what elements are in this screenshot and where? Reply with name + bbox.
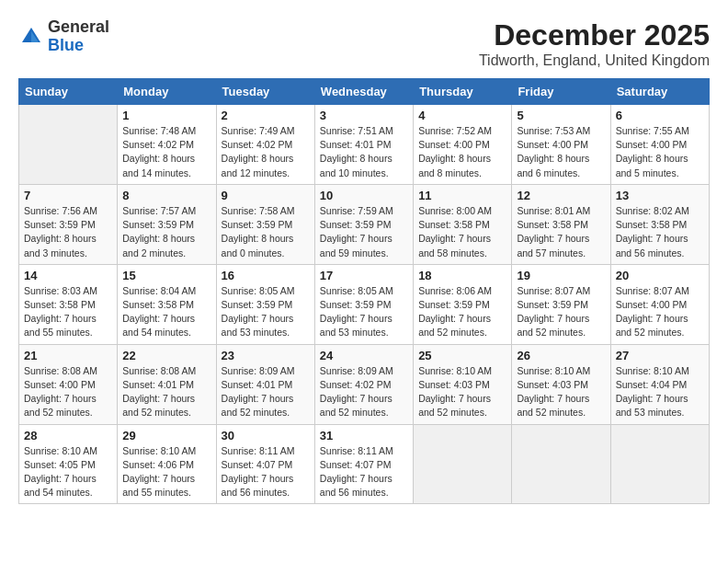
day-number: 11 xyxy=(418,189,506,202)
day-number: 25 xyxy=(418,349,506,362)
day-number: 8 xyxy=(122,189,210,202)
calendar-day-cell: 22Sunrise: 8:08 AMSunset: 4:01 PMDayligh… xyxy=(118,344,216,424)
title-area: December 2025 Tidworth, England, United … xyxy=(479,18,710,69)
calendar-body: 1Sunrise: 7:48 AMSunset: 4:02 PMDaylight… xyxy=(19,105,710,504)
calendar-day-cell: 4Sunrise: 7:52 AMSunset: 4:00 PMDaylight… xyxy=(414,105,512,185)
weekday-header-cell: Saturday xyxy=(610,79,709,105)
day-info: Sunrise: 8:10 AMSunset: 4:04 PMDaylight:… xyxy=(616,364,704,420)
calendar-day-cell: 31Sunrise: 8:11 AMSunset: 4:07 PMDayligh… xyxy=(314,424,413,504)
day-number: 18 xyxy=(418,269,506,282)
day-info: Sunrise: 7:52 AMSunset: 4:00 PMDaylight:… xyxy=(418,124,506,180)
day-info: Sunrise: 8:07 AMSunset: 3:59 PMDaylight:… xyxy=(517,284,605,340)
logo-blue-text: Blue xyxy=(48,36,84,54)
calendar-day-cell: 7Sunrise: 7:56 AMSunset: 3:59 PMDaylight… xyxy=(19,184,118,264)
calendar-week-row: 14Sunrise: 8:03 AMSunset: 3:58 PMDayligh… xyxy=(19,264,710,344)
day-info: Sunrise: 8:11 AMSunset: 4:07 PMDaylight:… xyxy=(222,444,310,500)
calendar-day-cell: 20Sunrise: 8:07 AMSunset: 4:00 PMDayligh… xyxy=(610,264,709,344)
location-title: Tidworth, England, United Kingdom xyxy=(479,52,710,69)
day-number: 2 xyxy=(222,109,310,122)
day-number: 14 xyxy=(24,269,112,282)
calendar-day-cell: 25Sunrise: 8:10 AMSunset: 4:03 PMDayligh… xyxy=(414,344,512,424)
calendar-day-cell: 2Sunrise: 7:49 AMSunset: 4:02 PMDaylight… xyxy=(216,105,314,185)
calendar-day-cell: 3Sunrise: 7:51 AMSunset: 4:01 PMDaylight… xyxy=(314,105,413,185)
calendar-day-cell: 9Sunrise: 7:58 AMSunset: 3:59 PMDaylight… xyxy=(216,184,314,264)
day-info: Sunrise: 8:08 AMSunset: 4:01 PMDaylight:… xyxy=(122,364,210,420)
calendar-day-cell: 17Sunrise: 8:05 AMSunset: 3:59 PMDayligh… xyxy=(314,264,413,344)
day-number: 31 xyxy=(320,429,408,442)
day-number: 10 xyxy=(320,189,408,202)
weekday-header-cell: Tuesday xyxy=(216,79,314,105)
calendar-day-cell: 11Sunrise: 8:00 AMSunset: 3:58 PMDayligh… xyxy=(414,184,512,264)
calendar-day-cell: 5Sunrise: 7:53 AMSunset: 4:00 PMDaylight… xyxy=(512,105,610,185)
day-number: 21 xyxy=(24,349,112,362)
day-info: Sunrise: 8:10 AMSunset: 4:05 PMDaylight:… xyxy=(24,444,112,500)
month-title: December 2025 xyxy=(479,18,710,52)
calendar-day-cell: 14Sunrise: 8:03 AMSunset: 3:58 PMDayligh… xyxy=(19,264,118,344)
day-number: 20 xyxy=(616,269,704,282)
day-number: 17 xyxy=(320,269,408,282)
calendar-day-cell: 16Sunrise: 8:05 AMSunset: 3:59 PMDayligh… xyxy=(216,264,314,344)
day-info: Sunrise: 8:11 AMSunset: 4:07 PMDaylight:… xyxy=(320,444,408,500)
calendar-day-cell: 26Sunrise: 8:10 AMSunset: 4:03 PMDayligh… xyxy=(512,344,610,424)
day-info: Sunrise: 8:03 AMSunset: 3:58 PMDaylight:… xyxy=(24,284,112,340)
day-number: 22 xyxy=(122,349,210,362)
day-info: Sunrise: 7:58 AMSunset: 3:59 PMDaylight:… xyxy=(222,204,310,260)
weekday-header-cell: Sunday xyxy=(19,79,118,105)
day-info: Sunrise: 7:56 AMSunset: 3:59 PMDaylight:… xyxy=(24,204,112,260)
day-number: 12 xyxy=(517,189,605,202)
weekday-header-cell: Monday xyxy=(118,79,216,105)
day-info: Sunrise: 7:51 AMSunset: 4:01 PMDaylight:… xyxy=(320,124,408,180)
logo-general-text: General xyxy=(48,17,109,36)
calendar-day-cell: 12Sunrise: 8:01 AMSunset: 3:58 PMDayligh… xyxy=(512,184,610,264)
day-info: Sunrise: 8:09 AMSunset: 4:02 PMDaylight:… xyxy=(320,364,408,420)
day-number: 23 xyxy=(222,349,310,362)
day-number: 5 xyxy=(517,109,605,122)
day-number: 19 xyxy=(517,269,605,282)
calendar-day-cell: 30Sunrise: 8:11 AMSunset: 4:07 PMDayligh… xyxy=(216,424,314,504)
day-number: 27 xyxy=(616,349,704,362)
weekday-header-cell: Friday xyxy=(512,79,610,105)
day-info: Sunrise: 7:57 AMSunset: 3:59 PMDaylight:… xyxy=(122,204,210,260)
day-info: Sunrise: 7:59 AMSunset: 3:59 PMDaylight:… xyxy=(320,204,408,260)
day-number: 1 xyxy=(122,109,210,122)
day-info: Sunrise: 8:00 AMSunset: 3:58 PMDaylight:… xyxy=(418,204,506,260)
day-number: 13 xyxy=(616,189,704,202)
day-number: 4 xyxy=(418,109,506,122)
day-number: 28 xyxy=(24,429,112,442)
calendar-day-cell: 19Sunrise: 8:07 AMSunset: 3:59 PMDayligh… xyxy=(512,264,610,344)
day-number: 7 xyxy=(24,189,112,202)
day-info: Sunrise: 8:10 AMSunset: 4:03 PMDaylight:… xyxy=(517,364,605,420)
day-number: 16 xyxy=(222,269,310,282)
weekday-header-cell: Wednesday xyxy=(314,79,413,105)
day-info: Sunrise: 8:05 AMSunset: 3:59 PMDaylight:… xyxy=(320,284,408,340)
calendar-day-cell xyxy=(512,424,610,504)
calendar-week-row: 21Sunrise: 8:08 AMSunset: 4:00 PMDayligh… xyxy=(19,344,710,424)
calendar-day-cell: 15Sunrise: 8:04 AMSunset: 3:58 PMDayligh… xyxy=(118,264,216,344)
day-info: Sunrise: 8:09 AMSunset: 4:01 PMDaylight:… xyxy=(222,364,310,420)
weekday-header-row: SundayMondayTuesdayWednesdayThursdayFrid… xyxy=(19,79,710,105)
day-info: Sunrise: 8:02 AMSunset: 3:58 PMDaylight:… xyxy=(616,204,704,260)
day-info: Sunrise: 8:10 AMSunset: 4:03 PMDaylight:… xyxy=(418,364,506,420)
logo: General Blue xyxy=(18,18,109,55)
day-number: 6 xyxy=(616,109,704,122)
calendar-day-cell: 23Sunrise: 8:09 AMSunset: 4:01 PMDayligh… xyxy=(216,344,314,424)
calendar-day-cell: 28Sunrise: 8:10 AMSunset: 4:05 PMDayligh… xyxy=(19,424,118,504)
calendar-day-cell: 1Sunrise: 7:48 AMSunset: 4:02 PMDaylight… xyxy=(118,105,216,185)
day-number: 30 xyxy=(222,429,310,442)
calendar-week-row: 28Sunrise: 8:10 AMSunset: 4:05 PMDayligh… xyxy=(19,424,710,504)
calendar-day-cell: 13Sunrise: 8:02 AMSunset: 3:58 PMDayligh… xyxy=(610,184,709,264)
day-number: 9 xyxy=(222,189,310,202)
day-info: Sunrise: 7:55 AMSunset: 4:00 PMDaylight:… xyxy=(616,124,704,180)
day-info: Sunrise: 8:04 AMSunset: 3:58 PMDaylight:… xyxy=(122,284,210,340)
weekday-header-cell: Thursday xyxy=(414,79,512,105)
calendar-day-cell: 29Sunrise: 8:10 AMSunset: 4:06 PMDayligh… xyxy=(118,424,216,504)
day-info: Sunrise: 8:06 AMSunset: 3:59 PMDaylight:… xyxy=(418,284,506,340)
day-info: Sunrise: 7:53 AMSunset: 4:00 PMDaylight:… xyxy=(517,124,605,180)
calendar-day-cell xyxy=(610,424,709,504)
day-number: 24 xyxy=(320,349,408,362)
calendar-day-cell xyxy=(414,424,512,504)
day-info: Sunrise: 8:07 AMSunset: 4:00 PMDaylight:… xyxy=(616,284,704,340)
day-number: 26 xyxy=(517,349,605,362)
calendar-day-cell: 21Sunrise: 8:08 AMSunset: 4:00 PMDayligh… xyxy=(19,344,118,424)
calendar-week-row: 1Sunrise: 7:48 AMSunset: 4:02 PMDaylight… xyxy=(19,105,710,185)
